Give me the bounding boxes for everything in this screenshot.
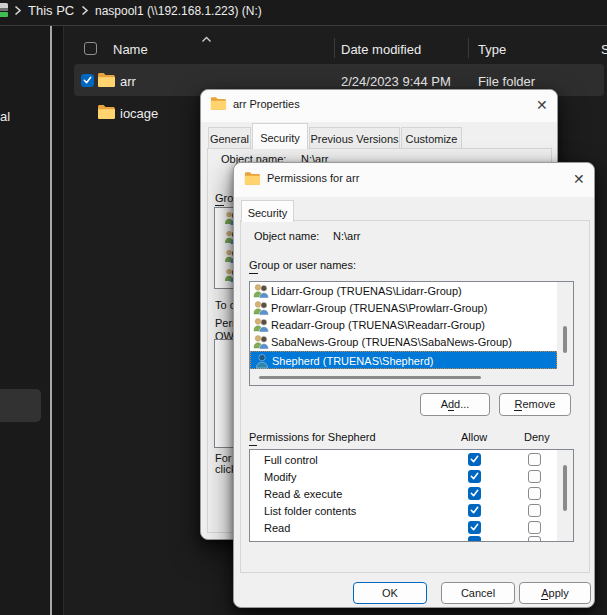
folder-icon — [97, 104, 116, 120]
file-type: File folder — [478, 75, 535, 88]
apply-button[interactable]: Apply — [519, 582, 591, 604]
accesskey-underline — [541, 599, 548, 600]
permission-row: Modify — [251, 469, 557, 486]
horizontal-scrollbar[interactable] — [250, 369, 557, 385]
sort-ascending-icon — [201, 33, 212, 47]
deny-checkbox-unchecked[interactable] — [528, 521, 541, 534]
deny-column-header: Deny — [524, 432, 550, 443]
tab-security[interactable]: Security — [241, 200, 294, 222]
object-name-label: Object name: — [254, 231, 319, 242]
nav-item-hover[interactable] — [0, 389, 41, 422]
permissions-dialog: Permissions for arr ✕ Security Object na… — [233, 162, 595, 608]
breadcrumb-chevron-icon — [13, 5, 22, 16]
permissions-for-header: Permissions for Shepherd — [249, 432, 376, 443]
group-list-item[interactable]: Prowlarr-Group (TRUENAS\Prowlarr-Group) — [251, 300, 557, 317]
properties-dialog-title: arr Properties — [233, 99, 300, 110]
add-button[interactable]: Add... — [420, 393, 490, 416]
group-list-item-label: Lidarr-Group (TRUENAS\Lidarr-Group) — [271, 286, 462, 297]
row-checkbox-checked[interactable] — [81, 74, 94, 87]
permission-name: List folder contents — [264, 506, 356, 517]
permission-name: Full control — [264, 455, 318, 466]
accesskey-underline — [249, 273, 258, 274]
permissions-dialog-title: Permissions for arr — [267, 173, 359, 184]
group-list-item[interactable]: SabaNews-Group (TRUENAS\SabaNews-Group) — [251, 334, 557, 351]
permission-name: Read & execute — [264, 489, 342, 500]
permission-row: Read & execute — [251, 486, 557, 503]
vertical-scrollbar[interactable] — [557, 282, 573, 385]
column-header-name[interactable]: Name — [113, 43, 148, 56]
close-icon[interactable]: ✕ — [536, 98, 548, 112]
scrollbar-thumb[interactable] — [259, 376, 481, 379]
allow-checkbox-checked[interactable] — [468, 504, 481, 517]
breadcrumb-this-pc[interactable]: This PC — [28, 4, 74, 17]
tab-security[interactable]: Security — [252, 123, 308, 149]
accesskey-underline — [514, 410, 522, 411]
deny-checkbox-unchecked[interactable] — [528, 470, 541, 483]
tab-general[interactable]: General — [208, 127, 251, 148]
column-header-type[interactable]: Type — [478, 43, 506, 56]
permission-name: Modify — [264, 472, 296, 483]
permission-row: Read — [251, 520, 557, 537]
vertical-scrollbar[interactable] — [557, 450, 573, 541]
allow-checkbox-checked[interactable] — [468, 470, 481, 483]
drive-icon — [0, 3, 8, 21]
accesskey-underline — [215, 205, 224, 206]
column-divider[interactable] — [468, 38, 469, 58]
file-name[interactable]: iocage — [120, 107, 158, 120]
deny-checkbox-unchecked[interactable] — [528, 487, 541, 500]
deny-checkbox-unchecked[interactable] — [528, 504, 541, 517]
permission-name: Read — [264, 523, 290, 534]
file-name[interactable]: arr — [120, 75, 136, 88]
close-icon[interactable]: ✕ — [573, 172, 585, 186]
nav-splitter-gap — [52, 26, 63, 615]
permission-row: Full control — [251, 452, 557, 469]
group-user-list[interactable]: Lidarr-Group (TRUENAS\Lidarr-Group) Prow… — [249, 281, 574, 386]
group-icon — [253, 334, 269, 350]
group-list-item[interactable]: Lidarr-Group (TRUENAS\Lidarr-Group) — [251, 283, 557, 300]
nav-splitter-line — [63, 26, 64, 615]
group-list-item-label: Shepherd (TRUENAS\Shepherd) — [272, 356, 433, 367]
scrollbar-thumb[interactable] — [563, 465, 567, 511]
breadcrumb-current-location[interactable]: naspool1 (\\192.168.1.223) (N:) — [95, 5, 262, 17]
tab-previous-versions[interactable]: Previous Versions — [309, 127, 400, 148]
screen: al This PC naspool1 (\\192.168.1.223) (N… — [0, 0, 607, 615]
group-or-user-names-label: Group or user names: — [249, 260, 356, 271]
nav-item-label-fragment[interactable]: al — [0, 110, 10, 123]
group-list-item-selected[interactable]: Shepherd (TRUENAS\Shepherd) — [250, 351, 557, 369]
group-list-item-label: Prowlarr-Group (TRUENAS\Prowlarr-Group) — [271, 303, 487, 314]
group-list-item-label: SabaNews-Group (TRUENAS\SabaNews-Group) — [271, 337, 512, 348]
group-icon — [253, 317, 269, 333]
user-icon — [254, 353, 270, 369]
allow-checkbox-checked[interactable] — [468, 487, 481, 500]
folder-icon — [97, 72, 116, 88]
column-header-date-modified[interactable]: Date modified — [341, 43, 421, 56]
breadcrumb-separator — [0, 25, 607, 26]
accesskey-underline — [249, 445, 257, 446]
column-divider[interactable] — [334, 38, 335, 58]
group-icon — [253, 283, 269, 299]
group-list-item[interactable]: Readarr-Group (TRUENAS\Readarr-Group) — [251, 317, 557, 334]
ok-button[interactable]: OK — [353, 582, 427, 604]
permissions-list[interactable]: Full control Modify Read & execute List … — [249, 449, 574, 542]
cancel-button[interactable]: Cancel — [441, 582, 515, 604]
deny-checkbox-unchecked[interactable] — [528, 536, 541, 542]
remove-button[interactable]: Remove — [499, 393, 571, 416]
object-name-value: N:\arr — [333, 231, 361, 242]
allow-checkbox-checked[interactable] — [468, 536, 481, 542]
deny-checkbox-unchecked[interactable] — [528, 453, 541, 466]
column-header-size[interactable]: S — [601, 43, 607, 56]
folder-icon — [244, 171, 261, 186]
allow-checkbox-checked[interactable] — [468, 521, 481, 534]
permission-row: List folder contents — [251, 503, 557, 520]
folder-icon — [210, 96, 227, 111]
group-icon — [253, 300, 269, 316]
file-date-modified: 2/24/2023 9:44 PM — [341, 75, 451, 88]
tab-customize[interactable]: Customize — [401, 127, 462, 148]
accesskey-underline — [448, 410, 454, 411]
scrollbar-thumb[interactable] — [563, 326, 567, 353]
group-list-item-label: Readarr-Group (TRUENAS\Readarr-Group) — [271, 320, 485, 331]
breadcrumb-chevron-icon — [80, 5, 89, 16]
select-all-checkbox[interactable] — [84, 42, 97, 55]
allow-column-header: Allow — [461, 432, 487, 443]
allow-checkbox-checked[interactable] — [468, 453, 481, 466]
